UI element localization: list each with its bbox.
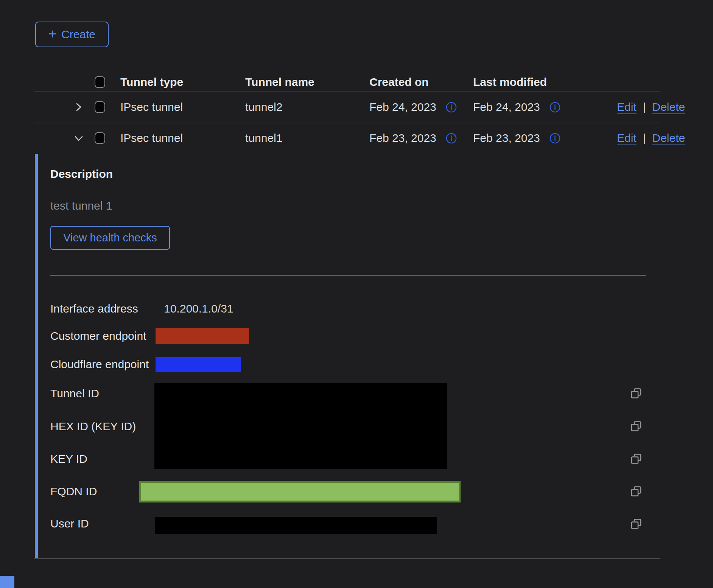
info-icon[interactable] <box>445 132 457 144</box>
chevron-down-icon[interactable] <box>73 132 84 144</box>
copy-tunnel-id-button[interactable] <box>629 386 643 401</box>
plus-icon: + <box>48 27 56 41</box>
edit-link[interactable]: Edit <box>617 101 637 114</box>
ids-redacted-block <box>154 383 447 469</box>
last-modified-date: Feb 23, 2023 <box>473 132 540 145</box>
copy-icon <box>629 386 643 401</box>
last-modified-date: Feb 24, 2023 <box>473 101 540 114</box>
tunnel-type-cell: IPsec tunnel <box>120 101 183 114</box>
actions-separator: | <box>643 132 646 145</box>
tunnel-id-label: Tunnel ID <box>50 387 99 400</box>
last-modified-cell: Feb 24, 2023 <box>473 101 561 114</box>
description-label: Description <box>50 168 113 180</box>
copy-icon <box>629 484 643 499</box>
panel-divider <box>50 275 646 275</box>
table-row: IPsec tunnel tunnel2 Feb 24, 2023 Feb 24… <box>34 92 660 123</box>
column-header-tunnel-name: Tunnel name <box>245 76 314 89</box>
row-checkbox[interactable] <box>95 101 105 113</box>
cloudflare-endpoint-label: Cloudflare endpoint <box>50 358 149 371</box>
row-checkbox[interactable] <box>95 132 105 144</box>
expanded-row-accent-bar <box>35 154 38 559</box>
actions-separator: | <box>643 101 646 114</box>
created-on-cell: Feb 24, 2023 <box>369 101 457 114</box>
interface-address-value: 10.200.1.0/31 <box>164 302 234 315</box>
create-button[interactable]: + Create <box>35 22 109 47</box>
copy-user-id-button[interactable] <box>629 517 643 531</box>
create-button-label: Create <box>61 28 95 41</box>
copy-fqdn-id-button[interactable] <box>629 484 643 499</box>
ipsec-tunnels-page: + Create Tunnel type Tunnel name Created… <box>0 0 713 588</box>
copy-icon <box>629 452 643 466</box>
column-header-last-modified: Last modified <box>473 76 547 89</box>
user-id-redacted-value <box>155 517 437 534</box>
tunnel-name-cell: tunnel1 <box>245 132 282 145</box>
description-value: test tunnel 1 <box>50 199 112 212</box>
tunnel-type-cell: IPsec tunnel <box>120 132 183 145</box>
info-icon[interactable] <box>549 132 561 144</box>
created-on-date: Feb 24, 2023 <box>369 101 436 114</box>
row-actions: Edit | Delete <box>617 132 685 145</box>
copy-icon <box>629 517 643 531</box>
table-bottom-divider <box>34 558 660 559</box>
last-modified-cell: Feb 23, 2023 <box>473 132 561 145</box>
customer-endpoint-redacted-value <box>156 328 249 344</box>
copy-key-id-button[interactable] <box>629 452 643 466</box>
created-on-cell: Feb 23, 2023 <box>369 132 457 145</box>
chevron-right-icon[interactable] <box>73 101 84 113</box>
tunnel-name-cell: tunnel2 <box>245 101 282 114</box>
view-health-checks-button[interactable]: View health checks <box>50 226 170 250</box>
info-icon[interactable] <box>549 101 561 113</box>
table-row: IPsec tunnel tunnel1 Feb 23, 2023 Feb 23… <box>34 123 660 154</box>
column-header-tunnel-type: Tunnel type <box>120 76 183 89</box>
key-id-label: KEY ID <box>50 453 87 465</box>
row-actions: Edit | Delete <box>617 101 685 114</box>
interface-address-label: Interface address <box>50 302 138 315</box>
table-header-row: Tunnel type Tunnel name Created on Last … <box>34 73 660 91</box>
fqdn-id-redacted-value <box>139 481 461 502</box>
customer-endpoint-label: Customer endpoint <box>50 330 146 342</box>
copy-icon <box>629 419 643 434</box>
delete-link[interactable]: Delete <box>652 132 685 145</box>
info-icon[interactable] <box>445 101 457 113</box>
user-id-label: User ID <box>50 517 89 530</box>
cutoff-blue-element <box>0 576 14 588</box>
column-header-created-on: Created on <box>369 76 429 89</box>
select-all-checkbox[interactable] <box>95 76 105 88</box>
delete-link[interactable]: Delete <box>652 101 685 114</box>
cloudflare-endpoint-redacted-value <box>156 357 241 372</box>
hex-id-label: HEX ID (KEY ID) <box>50 420 136 433</box>
fqdn-id-label: FQDN ID <box>50 485 97 498</box>
edit-link[interactable]: Edit <box>617 132 637 145</box>
created-on-date: Feb 23, 2023 <box>369 132 436 145</box>
copy-hex-id-button[interactable] <box>629 419 643 434</box>
